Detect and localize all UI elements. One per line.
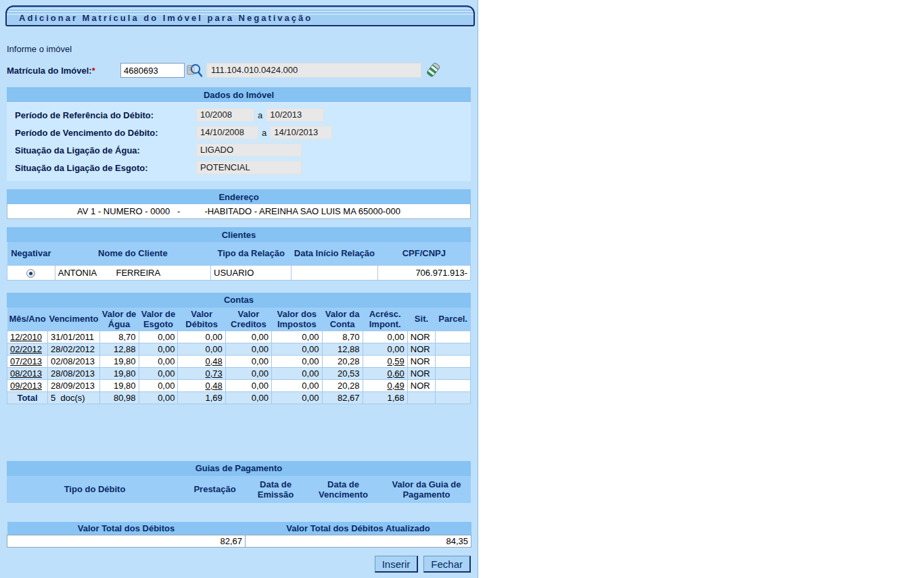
acresc-impont-link[interactable]: 0,59: [363, 355, 407, 367]
valor-total-atualizado-value: 84,35: [246, 535, 471, 548]
contas-column-header: Valor Débitos: [178, 308, 225, 331]
cliente-row: ANTONIA FERREIRAUSUARIO706.971.913-: [7, 265, 471, 280]
valor-creditos-cell: 0,00: [225, 343, 271, 355]
valor-esgoto-cell: 0,00: [139, 343, 178, 355]
total-conta-cell: 82,67: [322, 391, 363, 404]
situacao-cell: NOR: [407, 367, 435, 379]
cliente-data-inicio-cell: [292, 265, 377, 280]
contas-column-header: Acrésc. Impont.: [363, 308, 407, 331]
contas-panel: Contas Mês/AnoVencimentoValor de ÁguaVal…: [7, 293, 471, 404]
valor-debitos-cell: 0,00: [178, 343, 225, 355]
valor-agua-cell: 19,80: [99, 355, 139, 367]
matricula-label-text: Matrícula do Imóvel:: [7, 66, 92, 76]
vencimento-cell: 28/09/2013: [48, 379, 100, 391]
valor-agua-cell: 19,80: [99, 367, 139, 379]
valor-total-atualizado-header: Valor Total dos Débitos Atualizado: [246, 522, 471, 535]
dados-imovel-body: Período de Referência do Débito:10/2008a…: [7, 102, 471, 181]
contas-column-header: Valor de Esgoto: [139, 308, 178, 331]
periodo-to-field: 14/10/2013: [270, 126, 332, 139]
contas-table: Mês/AnoVencimentoValor de ÁguaValor de E…: [7, 308, 471, 404]
acresc-impont-link[interactable]: 0,60: [363, 367, 407, 379]
valor-conta-cell: 8,70: [322, 331, 363, 343]
periodo-from-field: 10/2008: [196, 108, 254, 122]
valor-impostos-cell: 0,00: [272, 367, 323, 379]
total-esgoto-cell: 0,00: [139, 391, 178, 404]
parcelamento-cell: [436, 379, 471, 391]
valor-creditos-cell: 0,00: [225, 379, 271, 391]
dados-row-label: Situação da Ligação de Água:: [11, 145, 196, 155]
total-creditos-cell: 0,00: [225, 391, 271, 404]
valor-esgoto-cell: 0,00: [139, 379, 178, 391]
dialog-titlebar: Adicionar Matrícula do Imóvel para Negat…: [5, 5, 475, 26]
clientes-column-header: Nome do Cliente: [55, 242, 210, 265]
total-label-cell: Total: [7, 391, 48, 404]
total-agua-cell: 80,98: [99, 391, 139, 404]
valor-creditos-cell: 0,00: [225, 331, 271, 343]
valor-conta-cell: 20,28: [322, 379, 363, 391]
valor-total-debitos-value: 82,67: [7, 535, 246, 548]
page-title: Adicionar Matrícula do Imóvel para Negat…: [7, 9, 313, 23]
dados-row: Situação da Ligação de Esgoto:POTENCIAL: [11, 159, 467, 176]
mes-ano-link[interactable]: 08/2013: [7, 367, 48, 379]
periodo-separator: a: [262, 128, 267, 138]
valor-esgoto-cell: 0,00: [139, 355, 178, 367]
situacao-cell: NOR: [407, 331, 435, 343]
periodo-separator: a: [258, 110, 262, 120]
total-docs-cell: 5 doc(s): [48, 391, 100, 404]
total-parcel-cell: [436, 391, 471, 404]
conta-row: 07/201302/08/201319,800,000,480,000,0020…: [7, 355, 471, 367]
valor-debitos-link[interactable]: 0,48: [178, 355, 225, 367]
valor-impostos-cell: 0,00: [272, 331, 323, 343]
eraser-icon[interactable]: [425, 62, 440, 79]
fechar-button[interactable]: Fechar: [423, 556, 471, 573]
dados-imovel-title: Dados do Imóvel: [7, 87, 471, 102]
valor-total-debitos-header: Valor Total dos Débitos: [7, 522, 246, 535]
dados-row-value: LIGADO: [196, 143, 302, 157]
periodo-to-field: 10/2013: [266, 108, 324, 122]
conta-row: 09/201328/09/201319,800,000,480,000,0020…: [7, 379, 471, 391]
situacao-cell: NOR: [407, 343, 435, 355]
mes-ano-link[interactable]: 02/2012: [7, 343, 48, 355]
guias-title: Guias de Pagamento: [7, 461, 471, 476]
acresc-impont-cell: 0,00: [363, 343, 407, 355]
acresc-impont-cell: 0,00: [363, 331, 407, 343]
dados-row-label: Situação da Ligação de Esgoto:: [11, 163, 196, 173]
dados-row-value: POTENCIAL: [196, 161, 302, 174]
valor-debitos-cell: 0,00: [178, 331, 225, 343]
mes-ano-link[interactable]: 07/2013: [7, 355, 48, 367]
search-icon[interactable]: [187, 62, 203, 78]
conta-row: 08/201328/08/201319,800,000,730,000,0020…: [7, 367, 471, 379]
valor-agua-cell: 12,88: [99, 343, 139, 355]
mes-ano-link[interactable]: 09/2013: [7, 379, 48, 391]
dados-row-label: Período de Vencimento do Débito:: [11, 128, 196, 138]
vencimento-cell: 28/02/2012: [48, 343, 100, 355]
endereco-title: Endereço: [7, 189, 471, 204]
mes-ano-link[interactable]: 12/2010: [7, 331, 48, 343]
matricula-label: Matrícula do Imóvel:*: [7, 66, 120, 76]
endereco-panel: Endereço AV 1 - NUMERO - 0000 - -HABITAD…: [7, 189, 471, 219]
parcelamento-cell: [436, 355, 471, 367]
parcelamento-cell: [436, 343, 471, 355]
valor-debitos-link[interactable]: 0,48: [178, 379, 225, 391]
clientes-title: Clientes: [7, 227, 471, 242]
contas-column-header: Sit.: [407, 308, 435, 331]
valor-conta-cell: 20,28: [322, 355, 363, 367]
valor-creditos-cell: 0,00: [225, 367, 271, 379]
matricula-input[interactable]: [120, 63, 185, 78]
acresc-impont-link[interactable]: 0,49: [363, 379, 407, 391]
inserir-button[interactable]: Inserir: [375, 556, 419, 573]
negativacao-dialog: Adicionar Matrícula do Imóvel para Negat…: [0, 0, 478, 578]
contas-column-header: Mês/Ano: [7, 308, 48, 331]
negativar-cell: [7, 265, 55, 280]
valor-agua-cell: 8,70: [99, 331, 139, 343]
dados-row-label: Período de Referência do Débito:: [11, 110, 196, 120]
contas-column-header: Valor dos Impostos: [272, 308, 323, 331]
vencimento-cell: 31/01/2011: [48, 331, 100, 343]
vencimento-cell: 02/08/2013: [48, 355, 100, 367]
informe-imovel-label: Informe o imóvel: [7, 44, 478, 54]
matricula-row: Matrícula do Imóvel:* 111.104.010.0424.0…: [7, 62, 478, 79]
parcelamento-cell: [436, 367, 471, 379]
conta-row: 12/201031/01/20118,700,000,000,000,008,7…: [7, 331, 471, 343]
negativar-radio[interactable]: [26, 269, 35, 278]
valor-debitos-link[interactable]: 0,73: [178, 367, 225, 379]
